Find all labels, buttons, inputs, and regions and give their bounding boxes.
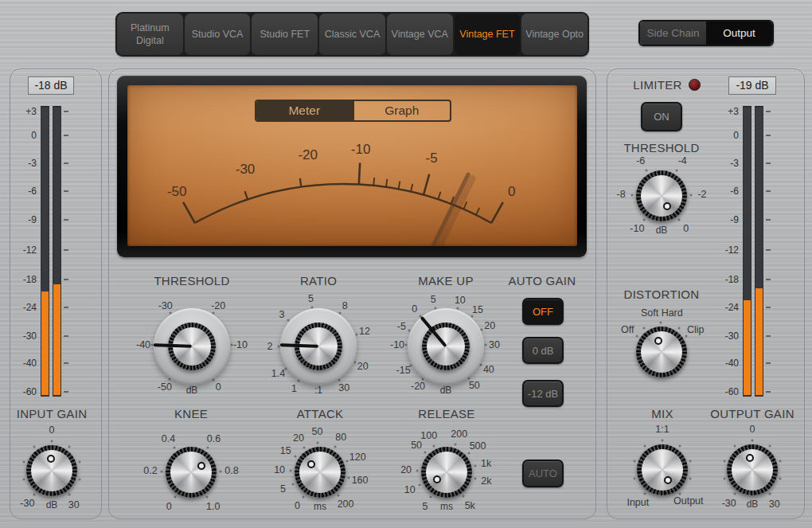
knob-tick-label: 20 xyxy=(484,320,495,331)
knob-face xyxy=(170,452,212,493)
vu-tick xyxy=(424,174,429,195)
vu-tab-meter[interactable]: Meter xyxy=(256,101,353,120)
knob-tick-dot xyxy=(662,440,664,442)
knob-tick-label: 20 xyxy=(357,361,369,372)
limiter-led xyxy=(689,79,701,91)
knob-tick-label: -5 xyxy=(397,321,406,332)
knob-tick-dot xyxy=(317,442,319,444)
knob-tick-dot xyxy=(338,494,340,496)
knob-tick-label: -4 xyxy=(678,155,687,166)
make-up-label: MAKE UP xyxy=(418,274,474,287)
knob-tick-label: 120 xyxy=(349,452,366,463)
limiter-on-button[interactable]: ON xyxy=(641,102,682,131)
knob-tick-dot xyxy=(642,327,645,330)
compressor-plugin-window: Platinum DigitalStudio VCAStudio FETClas… xyxy=(0,0,812,528)
knob-tick-dot xyxy=(481,328,483,330)
vu-tick xyxy=(373,178,374,186)
knob-unit-label: dB xyxy=(46,499,58,510)
mix-label: MIX xyxy=(651,407,673,420)
meter-bar-fill xyxy=(53,284,61,395)
tab-classic-vca[interactable]: Classic VCA xyxy=(319,14,385,55)
knob-tick-dot xyxy=(424,452,426,454)
knob-tick-dot xyxy=(474,477,477,479)
meter-tick xyxy=(64,111,68,112)
knob-tick-label: 30 xyxy=(769,499,780,510)
knob-indicator xyxy=(664,476,672,484)
meter-graph-switch: MeterGraph xyxy=(255,100,451,122)
knob-tick-dot xyxy=(219,470,221,472)
knob-tick-dot xyxy=(689,194,692,196)
knob-tick-dot xyxy=(474,464,477,467)
knob-tick-label: 0.2 xyxy=(143,465,157,476)
distortion-label: DISTORTION xyxy=(624,287,700,301)
knob-tick-dot xyxy=(631,194,634,196)
tab-vintage-opto[interactable]: Vintage Opto xyxy=(521,14,588,55)
vu-tab-graph[interactable]: Graph xyxy=(353,101,451,120)
auto-gain-off-button[interactable]: OFF xyxy=(522,298,564,325)
knob-tick-dot xyxy=(734,492,736,495)
knob-tick-label: 5 xyxy=(280,483,286,495)
knob-unit-label: ms xyxy=(314,501,326,512)
meter-tick xyxy=(64,391,68,393)
tab-platinum-digital[interactable]: Platinum Digital xyxy=(117,14,183,55)
meter-tick xyxy=(64,219,68,221)
meter-tick xyxy=(766,391,771,393)
tab-studio-fet[interactable]: Studio FET xyxy=(252,14,318,55)
knob-tick-label: 0 xyxy=(295,500,300,511)
knob-tick-dot xyxy=(161,470,163,472)
knee-knob[interactable] xyxy=(166,447,217,498)
meter-bar-fill xyxy=(744,300,751,395)
meter-tick xyxy=(766,219,771,221)
knob-tick-label: 1 xyxy=(291,383,297,394)
knob-tick-dot xyxy=(334,446,337,448)
knob-tick-label: 0.6 xyxy=(207,433,221,444)
knob-tick-label: 50 xyxy=(312,426,323,437)
knob-tick-dot xyxy=(660,322,662,324)
knob-tick-dot xyxy=(689,478,692,480)
knob-tick-dot xyxy=(292,483,295,486)
knob-tick-dot xyxy=(303,495,305,498)
knob-unit-label: dB xyxy=(440,385,452,396)
tab-vintage-fet[interactable]: Vintage FET xyxy=(455,14,521,55)
vu-scale-label: 0 xyxy=(508,184,515,199)
auto-gain-0-db-button[interactable]: 0 dB xyxy=(522,337,564,364)
knob-tick-label: 20 xyxy=(293,432,304,444)
meter-scale-label: -3 xyxy=(14,158,37,169)
sidechain-output-switch: Side Chain Output xyxy=(638,20,774,46)
knob-tick-label: 1k xyxy=(481,458,491,469)
output-level-readout[interactable]: -19 dB xyxy=(728,76,776,95)
knob-face xyxy=(642,449,683,491)
ratio-label: RATIO xyxy=(300,274,337,287)
tab-studio-vca[interactable]: Studio VCA xyxy=(185,14,251,55)
auto-gain-12-db-button[interactable]: -12 dB xyxy=(522,380,564,407)
knob-tick-label: 200 xyxy=(451,428,467,440)
vu-tick xyxy=(183,202,195,223)
vu-tick xyxy=(438,192,440,199)
knob-tick-dot xyxy=(689,460,692,462)
vu-tick xyxy=(245,191,248,199)
meter-scale-label: -6 xyxy=(716,186,739,197)
input-level-readout[interactable]: -18 dB xyxy=(28,76,74,95)
meter-tick xyxy=(766,335,771,337)
knob-tick-label: -2 xyxy=(697,189,706,200)
tab-vintage-vca[interactable]: Vintage VCA xyxy=(387,14,453,55)
limiter-threshold-knob[interactable] xyxy=(636,170,687,221)
output-level-meter: +30-3-6-9-12-18-24-30-40-60 xyxy=(716,101,780,404)
knob-tick-dot xyxy=(33,493,36,495)
input-gain-knob[interactable] xyxy=(26,445,77,496)
mix-knob[interactable] xyxy=(637,444,688,495)
output-gain-knob[interactable] xyxy=(727,444,778,495)
input-level-meter: +30-3-6-9-12-18-24-30-40-60 xyxy=(14,101,78,404)
output-button[interactable]: Output xyxy=(706,22,772,45)
auto-button[interactable]: AUTO xyxy=(522,460,564,487)
knob-tick-label: 0 xyxy=(412,303,417,315)
release-knob[interactable] xyxy=(421,447,472,498)
meter-tick xyxy=(64,362,68,364)
knob-tick-label: -15 xyxy=(396,365,411,376)
meter-scale-label: -24 xyxy=(14,302,37,313)
side-chain-button[interactable]: Side Chain xyxy=(640,22,706,45)
knob-tick-label: 3 xyxy=(279,309,284,320)
knob-tick-label: 1.4 xyxy=(271,368,285,379)
attack-knob[interactable] xyxy=(295,447,345,498)
distortion-knob[interactable] xyxy=(636,327,687,377)
